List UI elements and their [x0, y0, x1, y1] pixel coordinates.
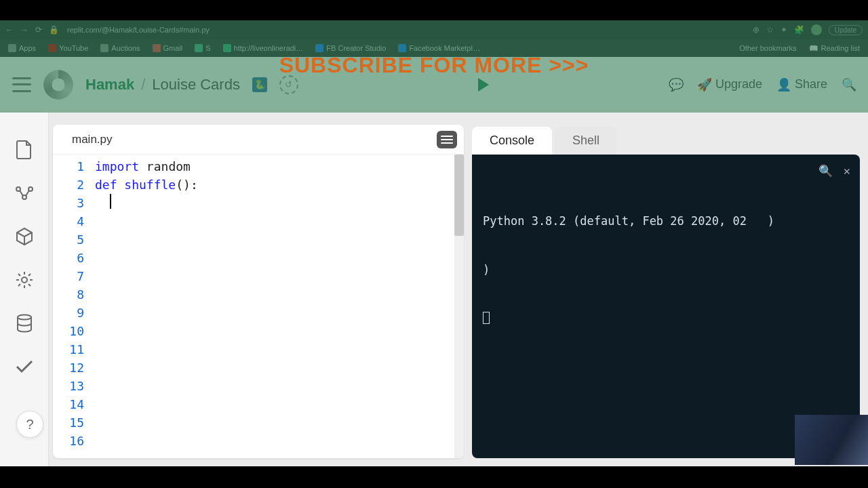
- run-button[interactable]: [473, 74, 494, 96]
- line-number: 12: [53, 359, 84, 377]
- editor-options-icon[interactable]: [437, 131, 457, 148]
- back-icon[interactable]: ←: [5, 25, 14, 35]
- forward-icon[interactable]: →: [20, 25, 28, 35]
- python-icon: 🐍: [252, 77, 267, 92]
- extensions-icon[interactable]: ✦: [781, 25, 787, 35]
- reload-icon[interactable]: ⟳: [35, 25, 42, 35]
- line-number: 14: [53, 395, 84, 413]
- line-number: 4: [53, 212, 84, 230]
- main-area: main.py 12345678910111213141516 import r…: [0, 113, 868, 466]
- url-text[interactable]: replit.com/@Hamak/Louise-Cards#main.py: [67, 26, 745, 34]
- line-number: 11: [53, 340, 84, 359]
- line-number: 5: [53, 230, 84, 249]
- bookmark-youtube[interactable]: YouTube: [48, 44, 88, 52]
- line-number: 1: [53, 157, 84, 176]
- editor-tabs: main.py: [53, 125, 464, 155]
- database-icon[interactable]: [14, 313, 35, 333]
- breadcrumb: Hamak / Louise Cards: [85, 76, 240, 94]
- settings-icon[interactable]: [14, 270, 35, 290]
- check-icon[interactable]: [14, 357, 35, 377]
- code-lines[interactable]: import random def shuffle():: [91, 155, 464, 458]
- console-panel: Console Shell 🔍 ✕ Python 3.8.2 (default,…: [472, 125, 860, 458]
- packages-icon[interactable]: [14, 226, 35, 247]
- hamburger-icon[interactable]: [12, 77, 31, 92]
- tab-shell[interactable]: Shell: [555, 127, 617, 155]
- breadcrumb-repl-name[interactable]: Louise Cards: [152, 76, 240, 94]
- star-icon[interactable]: ☆: [766, 25, 774, 35]
- editor-scrollbar-thumb[interactable]: [454, 155, 464, 236]
- line-gutter: 12345678910111213141516: [53, 155, 91, 458]
- svg-point-3: [22, 277, 27, 283]
- bookmark-reading-list[interactable]: 📖Reading list: [809, 44, 860, 53]
- person-plus-icon: 👤: [777, 78, 791, 92]
- bookmark-fb-creator[interactable]: FB Creator Studio: [315, 44, 386, 52]
- bookmark-other[interactable]: Other bookmarks: [739, 44, 796, 52]
- search-button[interactable]: 🔍: [842, 78, 856, 92]
- line-number: 15: [53, 413, 84, 432]
- chat-button[interactable]: 💬: [669, 78, 683, 92]
- text-cursor: [110, 194, 111, 209]
- update-button[interactable]: Update: [829, 25, 863, 35]
- line-number: 9: [53, 304, 84, 322]
- search-page-icon[interactable]: ⊕: [753, 25, 760, 35]
- history-icon[interactable]: ↺: [279, 75, 298, 94]
- replit-header: Hamak / Louise Cards 🐍 ↺ 💬 🚀Upgrade 👤Sha…: [0, 57, 868, 113]
- lock-icon: 🔒: [49, 25, 59, 35]
- bookmark-apps[interactable]: Apps: [8, 44, 36, 52]
- console-clear-icon[interactable]: ✕: [844, 163, 850, 179]
- line-number: 7: [53, 267, 84, 285]
- files-icon[interactable]: [14, 140, 35, 160]
- line-number: 8: [53, 285, 84, 304]
- help-button[interactable]: ?: [16, 411, 43, 438]
- editor-panel: main.py 12345678910111213141516 import r…: [53, 125, 464, 458]
- version-control-icon[interactable]: [14, 183, 35, 203]
- replit-logo-icon[interactable]: [43, 70, 73, 100]
- code-editor[interactable]: 12345678910111213141516 import random de…: [53, 155, 464, 458]
- console-line: ): [483, 262, 849, 278]
- line-number: 16: [53, 432, 84, 450]
- bookmark-s[interactable]: S: [195, 44, 210, 52]
- line-number: 3: [53, 194, 84, 212]
- chat-icon: 💬: [669, 78, 683, 92]
- play-icon: [478, 78, 489, 92]
- browser-address-bar: ← → ⟳ 🔒 replit.com/@Hamak/Louise-Cards#m…: [0, 20, 868, 39]
- line-number: 13: [53, 377, 84, 395]
- bookmark-auctions[interactable]: Auctions: [100, 44, 140, 52]
- console-output[interactable]: 🔍 ✕ Python 3.8.2 (default, Feb 26 2020, …: [472, 155, 860, 458]
- breadcrumb-separator: /: [141, 76, 145, 94]
- profile-avatar[interactable]: [811, 24, 822, 35]
- console-search-icon[interactable]: 🔍: [818, 163, 833, 179]
- bookmark-radio[interactable]: http://liveonlineradi…: [223, 44, 304, 52]
- console-prompt: [483, 310, 849, 327]
- puzzle-icon[interactable]: 🧩: [794, 25, 804, 35]
- console-tabs: Console Shell: [472, 125, 860, 155]
- file-tab-main[interactable]: main.py: [60, 127, 125, 152]
- bookmark-gmail[interactable]: Gmail: [153, 44, 183, 52]
- bookmarks-bar: Apps YouTube Auctions Gmail S http://liv…: [0, 39, 868, 57]
- rocket-icon: 🚀: [698, 78, 711, 92]
- line-number: 10: [53, 322, 84, 340]
- upgrade-button[interactable]: 🚀Upgrade: [698, 77, 762, 92]
- bookmark-fb-marketplace[interactable]: Facebook Marketpl…: [398, 44, 480, 52]
- tab-console[interactable]: Console: [472, 127, 552, 155]
- share-button[interactable]: 👤Share: [777, 77, 827, 92]
- breadcrumb-owner[interactable]: Hamak: [85, 76, 134, 94]
- svg-point-4: [18, 315, 31, 320]
- search-icon: 🔍: [842, 78, 856, 92]
- line-number: 6: [53, 249, 84, 267]
- line-number: 2: [53, 176, 84, 194]
- webcam-thumbnail: [795, 415, 868, 465]
- console-line: Python 3.8.2 (default, Feb 26 2020, 02 ): [483, 213, 849, 229]
- editor-scrollbar-track[interactable]: [454, 155, 464, 458]
